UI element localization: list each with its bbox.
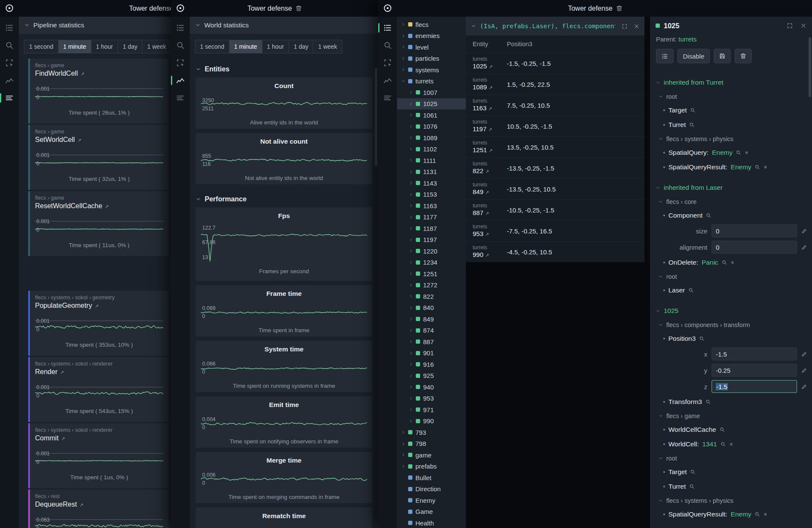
sidebar-chart-button[interactable]: [378, 72, 397, 89]
tree-item-1007[interactable]: 1007: [397, 87, 466, 98]
tree-item-enemies[interactable]: enemies: [397, 30, 466, 42]
chevron-right-icon[interactable]: [409, 158, 415, 162]
tree-item-1102[interactable]: 1102: [397, 144, 466, 155]
entity-id[interactable]: 990↗: [473, 251, 507, 258]
tree-toggle-button[interactable]: [656, 49, 674, 63]
tab-1-week[interactable]: 1 week: [313, 40, 342, 53]
sidebar-stats-button[interactable]: [0, 89, 19, 106]
chevron-right-icon[interactable]: [409, 396, 415, 401]
tree-item-1234[interactable]: 1234: [397, 257, 466, 268]
table-row[interactable]: turrets990↗-4.5, -0.25, 10.5: [466, 241, 644, 262]
chevron-right-icon[interactable]: [401, 430, 408, 434]
chevron-right-icon[interactable]: [409, 113, 415, 117]
chevron-right-icon[interactable]: [401, 442, 408, 446]
entity-id[interactable]: 1251↗: [473, 146, 507, 153]
field-input-alignment[interactable]: 0: [712, 241, 797, 254]
component-group-flecs-core[interactable]: flecs › core: [650, 195, 812, 208]
tab-1-day[interactable]: 1 day: [288, 40, 313, 53]
tree-item-925[interactable]: 925: [397, 370, 466, 382]
chevron-right-icon[interactable]: [409, 204, 415, 208]
entity-id[interactable]: 1089↗: [473, 83, 507, 91]
component-group-root[interactable]: root: [650, 90, 812, 103]
magnifier-icon[interactable]: [736, 150, 741, 155]
trash-icon[interactable]: [616, 5, 622, 12]
tree-item-enemy[interactable]: Enemy: [397, 495, 466, 506]
chevron-right-icon[interactable]: [401, 22, 408, 27]
magnifier-icon[interactable]: [706, 213, 711, 218]
tree-item-1272[interactable]: 1272: [397, 280, 466, 291]
tree-item-1163[interactable]: 1163: [397, 200, 466, 212]
chevron-right-icon[interactable]: [401, 68, 408, 72]
component-row-turret[interactable]: Turret: [650, 118, 812, 132]
chevron-right-icon[interactable]: [409, 407, 415, 412]
tree-item-1153[interactable]: 1153: [397, 189, 466, 201]
chevron-down-icon[interactable]: [401, 79, 408, 83]
tree-item-1089[interactable]: 1089: [397, 132, 466, 144]
field-input-x[interactable]: -1.5: [712, 348, 797, 360]
chevron-right-icon[interactable]: [409, 328, 415, 333]
component-group-root[interactable]: root: [650, 451, 812, 465]
tree-item-bullet[interactable]: Bullet: [397, 472, 466, 484]
edit-icon[interactable]: [801, 368, 807, 373]
magnifier-icon[interactable]: [689, 122, 694, 127]
sidebar-select-button[interactable]: [171, 54, 190, 71]
component-row-ondelete[interactable]: OnDelete:Panic: [650, 255, 812, 270]
trash-icon[interactable]: [295, 5, 302, 12]
card-name-row[interactable]: SetWorldCell↗: [35, 136, 163, 144]
component-group-root[interactable]: root: [650, 270, 812, 283]
chevron-right-icon[interactable]: [409, 238, 415, 242]
tree-item-1111[interactable]: 1111: [397, 155, 466, 166]
table-row[interactable]: turrets887↗-10.5, -0.25, -1.5: [466, 199, 644, 220]
entity-id[interactable]: 1163↗: [473, 104, 507, 112]
section-header-inherited-from-laser[interactable]: inherited from Laser: [650, 180, 812, 195]
chevron-right-icon[interactable]: [409, 102, 415, 106]
chevron-right-icon[interactable]: [409, 317, 415, 321]
magnifier-icon[interactable]: [720, 427, 725, 432]
component-row-spatialqueryresult[interactable]: SpatialQueryResult:Enemy: [650, 160, 812, 174]
scrollbar-thumb[interactable]: [375, 68, 377, 166]
chevron-right-icon[interactable]: [409, 271, 415, 276]
component-row-position3[interactable]: Position3: [650, 331, 812, 346]
tree-item-1187[interactable]: 1187: [397, 223, 466, 234]
chevron-right-icon[interactable]: [409, 339, 415, 344]
component-row-component[interactable]: Component: [650, 208, 812, 223]
tree-item-1177[interactable]: 1177: [397, 212, 466, 223]
tree-item-1220[interactable]: 1220: [397, 245, 466, 257]
component-row-worldcellcache[interactable]: WorldCellCache: [650, 422, 812, 437]
chevron-right-icon[interactable]: [409, 181, 415, 185]
trash-icon[interactable]: [616, 5, 622, 12]
section-header-performance[interactable]: Performance: [190, 189, 378, 207]
pair-asterisk-icon[interactable]: [744, 150, 749, 155]
tab-1-second[interactable]: 1 second: [24, 40, 59, 53]
tab-1-minute[interactable]: 1 minute: [58, 40, 91, 53]
tree-item-turrets[interactable]: turrets: [397, 76, 466, 87]
tree-item-849[interactable]: 849: [397, 313, 466, 325]
table-row[interactable]: turrets953↗-7.5, -0.25, 16.5: [466, 220, 644, 241]
magnifier-icon[interactable]: [689, 484, 694, 489]
component-row-transform3[interactable]: Transform3: [650, 395, 812, 409]
sidebar-select-button[interactable]: [0, 54, 19, 71]
tree-item-1025[interactable]: 1025: [397, 98, 466, 110]
sidebar-chart-button[interactable]: [171, 72, 190, 89]
chevron-right-icon[interactable]: [409, 294, 415, 298]
tree-item-940[interactable]: 940: [397, 381, 466, 393]
tree-item-887[interactable]: 887: [397, 336, 466, 348]
tree-item-1251[interactable]: 1251: [397, 268, 466, 280]
card-name-row[interactable]: ResetWorldCellCache↗: [35, 202, 163, 210]
chevron-right-icon[interactable]: [409, 147, 415, 151]
tree-item-798[interactable]: 798: [397, 438, 466, 450]
table-row[interactable]: turrets822↗-13.5, -0.25, -1.5: [466, 157, 644, 178]
edit-icon[interactable]: [801, 228, 807, 234]
section-header-1025[interactable]: 1025: [650, 304, 812, 318]
component-row-target[interactable]: Target: [650, 465, 812, 479]
magnifier-icon[interactable]: [688, 288, 694, 293]
tree-item-1143[interactable]: 1143: [397, 177, 466, 189]
tree-item-game[interactable]: game: [397, 449, 466, 461]
magnifier-icon[interactable]: [706, 399, 711, 404]
tree-item-916[interactable]: 916: [397, 359, 466, 370]
tree-item-793[interactable]: 793: [397, 427, 466, 438]
entity-id[interactable]: 849↗: [473, 188, 507, 195]
tree-item-systems[interactable]: systems: [397, 64, 466, 76]
field-input-size[interactable]: 0: [712, 224, 797, 237]
sidebar-search-button[interactable]: [0, 37, 19, 54]
